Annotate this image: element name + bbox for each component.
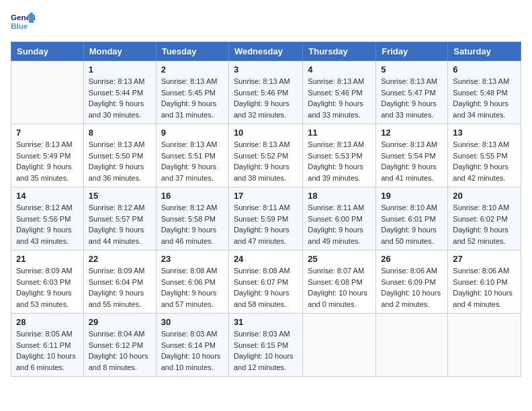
day-info: Sunrise: 8:08 AMSunset: 6:06 PMDaylight:… <box>161 265 224 310</box>
calendar-cell: 22Sunrise: 8:09 AMSunset: 6:04 PMDayligh… <box>83 250 156 314</box>
calendar-cell: 14Sunrise: 8:12 AMSunset: 5:56 PMDayligh… <box>11 187 84 250</box>
week-row-3: 14Sunrise: 8:12 AMSunset: 5:56 PMDayligh… <box>11 187 521 250</box>
day-number: 28 <box>16 317 79 327</box>
day-info: Sunrise: 8:13 AMSunset: 5:46 PMDaylight:… <box>234 76 298 120</box>
weekday-header-row: SundayMondayTuesdayWednesdayThursdayFrid… <box>11 42 521 61</box>
daylight-text: Daylight: 9 hours and 42 minutes. <box>453 163 508 182</box>
day-info: Sunrise: 8:11 AMSunset: 6:00 PMDaylight:… <box>308 202 371 246</box>
sunset-text: Sunset: 5:46 PM <box>308 89 362 97</box>
day-number: 8 <box>89 128 151 138</box>
sunset-text: Sunset: 5:59 PM <box>234 215 288 223</box>
sunset-text: Sunset: 6:04 PM <box>89 278 143 286</box>
day-info: Sunrise: 8:13 AMSunset: 5:49 PMDaylight:… <box>16 139 79 183</box>
day-number: 25 <box>308 254 371 264</box>
calendar-cell: 5Sunrise: 8:13 AMSunset: 5:47 PMDaylight… <box>376 61 448 124</box>
calendar-cell: 21Sunrise: 8:09 AMSunset: 6:03 PMDayligh… <box>11 250 84 314</box>
sunrise-text: Sunrise: 8:13 AM <box>161 140 218 148</box>
daylight-text: Daylight: 9 hours and 52 minutes. <box>453 226 508 245</box>
calendar-cell: 2Sunrise: 8:13 AMSunset: 5:45 PMDaylight… <box>156 61 228 124</box>
daylight-text: Daylight: 9 hours and 57 minutes. <box>161 289 217 308</box>
sunrise-text: Sunrise: 8:13 AM <box>234 140 290 148</box>
daylight-text: Daylight: 9 hours and 39 minutes. <box>308 163 363 182</box>
day-number: 16 <box>161 191 224 201</box>
day-number: 2 <box>161 64 224 75</box>
day-number: 31 <box>234 317 298 327</box>
sunset-text: Sunset: 6:06 PM <box>161 278 216 286</box>
day-info: Sunrise: 8:13 AMSunset: 5:50 PMDaylight:… <box>89 139 151 183</box>
logo: General Blue <box>11 11 35 35</box>
calendar-cell: 28Sunrise: 8:05 AMSunset: 6:11 PMDayligh… <box>11 314 84 377</box>
sunset-text: Sunset: 5:44 PM <box>89 89 143 97</box>
day-number: 7 <box>16 128 79 138</box>
sunset-text: Sunset: 6:11 PM <box>16 341 71 349</box>
sunset-text: Sunset: 5:57 PM <box>89 215 143 223</box>
calendar-cell: 17Sunrise: 8:11 AMSunset: 5:59 PMDayligh… <box>228 187 302 250</box>
day-info: Sunrise: 8:13 AMSunset: 5:51 PMDaylight:… <box>161 139 224 183</box>
day-info: Sunrise: 8:05 AMSunset: 6:11 PMDaylight:… <box>16 328 79 373</box>
sunrise-text: Sunrise: 8:13 AM <box>16 140 73 148</box>
day-number: 4 <box>308 64 371 75</box>
daylight-text: Daylight: 9 hours and 33 minutes. <box>308 99 363 119</box>
daylight-text: Daylight: 9 hours and 35 minutes. <box>16 163 72 182</box>
day-number: 14 <box>16 191 79 201</box>
daylight-text: Daylight: 9 hours and 53 minutes. <box>16 289 72 308</box>
day-info: Sunrise: 8:12 AMSunset: 5:57 PMDaylight:… <box>89 202 151 246</box>
calendar-cell: 15Sunrise: 8:12 AMSunset: 5:57 PMDayligh… <box>83 187 156 250</box>
svg-text:Blue: Blue <box>11 21 28 30</box>
sunrise-text: Sunrise: 8:12 AM <box>89 203 145 212</box>
day-info: Sunrise: 8:10 AMSunset: 6:02 PMDaylight:… <box>453 202 516 246</box>
sunset-text: Sunset: 5:54 PM <box>381 152 435 160</box>
day-info: Sunrise: 8:07 AMSunset: 6:08 PMDaylight:… <box>308 265 371 310</box>
day-info: Sunrise: 8:08 AMSunset: 6:07 PMDaylight:… <box>234 265 298 310</box>
sunrise-text: Sunrise: 8:13 AM <box>453 77 509 85</box>
sunrise-text: Sunrise: 8:05 AM <box>16 330 73 338</box>
daylight-text: Daylight: 9 hours and 43 minutes. <box>16 226 72 245</box>
day-info: Sunrise: 8:09 AMSunset: 6:03 PMDaylight:… <box>16 265 79 310</box>
calendar-cell: 7Sunrise: 8:13 AMSunset: 5:49 PMDaylight… <box>11 124 84 187</box>
sunset-text: Sunset: 5:49 PM <box>16 152 71 160</box>
day-number: 6 <box>453 64 516 75</box>
weekday-header-saturday: Saturday <box>448 42 521 61</box>
sunrise-text: Sunrise: 8:13 AM <box>308 140 364 148</box>
day-info: Sunrise: 8:03 AMSunset: 6:14 PMDaylight:… <box>161 328 224 373</box>
sunset-text: Sunset: 5:53 PM <box>308 152 362 160</box>
calendar-cell: 11Sunrise: 8:13 AMSunset: 5:53 PMDayligh… <box>303 124 376 187</box>
sunrise-text: Sunrise: 8:08 AM <box>234 267 290 275</box>
calendar-cell: 18Sunrise: 8:11 AMSunset: 6:00 PMDayligh… <box>303 187 376 250</box>
calendar-cell <box>303 314 376 377</box>
sunset-text: Sunset: 5:58 PM <box>161 215 216 223</box>
day-info: Sunrise: 8:13 AMSunset: 5:55 PMDaylight:… <box>453 139 516 183</box>
sunset-text: Sunset: 6:08 PM <box>308 278 362 286</box>
sunrise-text: Sunrise: 8:08 AM <box>161 267 218 275</box>
sunset-text: Sunset: 5:48 PM <box>453 89 507 97</box>
daylight-text: Daylight: 10 hours and 8 minutes. <box>89 352 148 371</box>
calendar-cell <box>376 314 448 377</box>
day-info: Sunrise: 8:13 AMSunset: 5:54 PMDaylight:… <box>381 139 443 183</box>
sunrise-text: Sunrise: 8:13 AM <box>89 77 145 85</box>
sunset-text: Sunset: 6:14 PM <box>161 341 216 349</box>
day-number: 21 <box>16 254 79 264</box>
day-number: 5 <box>381 64 443 75</box>
sunrise-text: Sunrise: 8:07 AM <box>308 267 364 275</box>
sunset-text: Sunset: 5:45 PM <box>161 89 216 97</box>
sunrise-text: Sunrise: 8:10 AM <box>453 203 509 212</box>
weekday-header-thursday: Thursday <box>303 42 376 61</box>
sunset-text: Sunset: 5:47 PM <box>381 89 435 97</box>
sunrise-text: Sunrise: 8:04 AM <box>89 330 145 338</box>
sunset-text: Sunset: 6:02 PM <box>453 215 507 223</box>
day-number: 23 <box>161 254 224 264</box>
logo-icon: General Blue <box>11 11 35 35</box>
day-info: Sunrise: 8:13 AMSunset: 5:53 PMDaylight:… <box>308 139 371 183</box>
sunrise-text: Sunrise: 8:12 AM <box>16 203 73 212</box>
calendar-cell: 16Sunrise: 8:12 AMSunset: 5:58 PMDayligh… <box>156 187 228 250</box>
day-info: Sunrise: 8:03 AMSunset: 6:15 PMDaylight:… <box>234 328 298 373</box>
daylight-text: Daylight: 9 hours and 30 minutes. <box>89 99 144 119</box>
sunrise-text: Sunrise: 8:09 AM <box>16 267 73 275</box>
weekday-header-tuesday: Tuesday <box>156 42 228 61</box>
day-number: 26 <box>381 254 443 264</box>
sunset-text: Sunset: 5:52 PM <box>234 152 288 160</box>
sunrise-text: Sunrise: 8:13 AM <box>161 77 218 85</box>
calendar-cell: 3Sunrise: 8:13 AMSunset: 5:46 PMDaylight… <box>228 61 302 124</box>
calendar-cell: 8Sunrise: 8:13 AMSunset: 5:50 PMDaylight… <box>83 124 156 187</box>
day-number: 30 <box>161 317 224 327</box>
